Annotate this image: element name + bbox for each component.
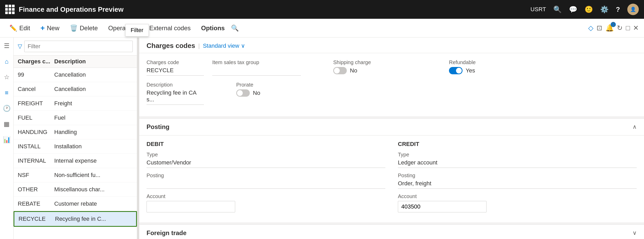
- credit-account-input[interactable]: [398, 201, 487, 212]
- row-desc: Non-sufficient fu...: [54, 172, 133, 179]
- filter-input[interactable]: [24, 41, 133, 52]
- list-item[interactable]: FUEL Fuel: [14, 111, 137, 125]
- posting-section-header[interactable]: Posting ∧: [139, 119, 644, 136]
- list-item[interactable]: NSF Non-sufficient fu...: [14, 168, 137, 182]
- sidebar-toggle-icon[interactable]: ⊡: [597, 24, 602, 32]
- credit-posting-value[interactable]: Order, freight: [398, 180, 637, 189]
- nav-menu-icon[interactable]: ☰: [2, 41, 12, 51]
- list-item[interactable]: INSTALL Installation: [14, 139, 137, 154]
- external-codes-label: External codes: [149, 24, 191, 32]
- row-code: RECYCLE: [19, 216, 55, 222]
- refresh-icon[interactable]: ↻: [617, 24, 623, 32]
- nav-clock-icon[interactable]: 🕐: [2, 103, 12, 114]
- new-button[interactable]: + New: [36, 22, 63, 34]
- nav-chart-icon[interactable]: 📊: [2, 134, 12, 145]
- filter-tooltip: Filter: [125, 24, 149, 36]
- avatar[interactable]: 👤: [627, 4, 639, 15]
- charges-code-value[interactable]: RECYCLE: [147, 67, 204, 76]
- row-code: INTERNAL: [18, 157, 54, 164]
- foreign-trade-title: Foreign trade: [147, 229, 186, 237]
- new-icon: +: [40, 24, 45, 32]
- row-code: HANDLING: [18, 129, 54, 136]
- list-item[interactable]: OTHER Miscellanous char...: [14, 182, 137, 197]
- debit-title: DEBIT: [147, 141, 385, 148]
- waffle-icon[interactable]: [5, 5, 15, 14]
- help-icon[interactable]: ?: [616, 5, 620, 14]
- main-layout: ☰ ⌂ ☆ ≡ 🕐 ▦ 📊 ▽ Charges c... Description…: [0, 38, 644, 239]
- debit-account-field: Account: [147, 193, 385, 212]
- list-item[interactable]: RECYCLE Recycling fee in C...: [14, 211, 137, 227]
- row-code: FUEL: [18, 114, 54, 121]
- maximize-icon[interactable]: □: [626, 24, 630, 32]
- detail-panel: Charges codes | Standard view ∨ Charges …: [139, 38, 644, 239]
- col-desc: Description: [54, 58, 133, 65]
- detail-view-selector[interactable]: Standard view ∨: [203, 42, 245, 49]
- list-item[interactable]: Cancel Cancellation: [14, 82, 137, 96]
- item-sales-tax-label: Item sales tax group: [212, 59, 301, 65]
- diamond-icon[interactable]: ◇: [588, 24, 593, 32]
- list-item[interactable]: INTERNAL Internal expense: [14, 154, 137, 168]
- credit-type-value[interactable]: Ledger account: [398, 159, 637, 168]
- row-code: 99: [18, 71, 54, 78]
- credit-posting-label: Posting: [398, 173, 637, 179]
- shipping-charge-toggle[interactable]: [333, 67, 347, 74]
- settings-icon[interactable]: ⚙️: [600, 5, 609, 14]
- refundable-toggle[interactable]: [449, 67, 463, 74]
- notification-badge[interactable]: 🔔 0: [605, 24, 614, 32]
- debit-posting-value[interactable]: [147, 180, 385, 189]
- list-item[interactable]: REBATE Customer rebate: [14, 197, 137, 211]
- shipping-charge-toggle-label: No: [350, 67, 357, 74]
- detail-header: Charges codes | Standard view ∨: [139, 38, 644, 53]
- row-desc: Fuel: [54, 114, 133, 121]
- list-item[interactable]: FREIGHT Freight: [14, 96, 137, 111]
- refundable-toggle-label: Yes: [466, 67, 475, 74]
- description-value[interactable]: Recycling fee in CA s...: [147, 89, 204, 105]
- item-sales-tax-value[interactable]: [212, 67, 301, 76]
- nav-star-icon[interactable]: ☆: [2, 72, 12, 82]
- edit-icon: ✏️: [9, 24, 17, 32]
- new-label: New: [47, 24, 59, 32]
- app-title: Finance and Operations Preview: [19, 5, 124, 14]
- nav-lines-icon[interactable]: ≡: [2, 88, 12, 98]
- command-bar: ✏️ Edit + New 🗑️ Delete Filter Operation…: [0, 19, 644, 38]
- credit-type-label: Type: [398, 152, 637, 158]
- command-search-icon[interactable]: 🔍: [231, 24, 239, 32]
- shipping-charge-field: Shipping charge No: [333, 59, 417, 74]
- posting-section: Posting ∧ DEBIT Type Customer/Vendor Pos…: [139, 118, 644, 222]
- list-item[interactable]: HANDLING Handling: [14, 125, 137, 139]
- debit-account-input[interactable]: [147, 201, 235, 212]
- debit-type-value[interactable]: Customer/Vendor: [147, 159, 385, 168]
- chat-icon[interactable]: 💬: [569, 5, 577, 14]
- row-code: FREIGHT: [18, 100, 54, 107]
- nav-home-icon[interactable]: ⌂: [2, 56, 12, 67]
- charges-code-label: Charges code: [147, 59, 204, 65]
- list-item[interactable]: 99 Cancellation: [14, 68, 137, 82]
- list-filter-icon[interactable]: ▽: [18, 43, 22, 50]
- posting-chevron-icon: ∧: [633, 124, 637, 130]
- nav-calendar-icon[interactable]: ▦: [2, 119, 12, 129]
- row-code: OTHER: [18, 186, 54, 193]
- options-button[interactable]: Options: [197, 22, 229, 34]
- prorate-toggle[interactable]: [236, 89, 250, 97]
- credit-posting-field: Posting Order, freight: [398, 173, 637, 189]
- detail-title: Charges codes: [147, 42, 195, 50]
- close-icon[interactable]: ✕: [633, 24, 639, 32]
- search-icon[interactable]: 🔍: [553, 5, 562, 14]
- row-desc: Handling: [54, 129, 133, 136]
- refundable-field: Refundable Yes: [449, 59, 522, 74]
- row-desc: Cancellation: [54, 86, 133, 93]
- debit-posting-label: Posting: [147, 173, 385, 179]
- debit-account-label: Account: [147, 193, 385, 199]
- smiley-icon[interactable]: 🙂: [585, 5, 593, 14]
- foreign-trade-section: Foreign trade ∨: [139, 224, 644, 239]
- panel-divider[interactable]: [137, 38, 139, 239]
- row-desc: Customer rebate: [54, 200, 133, 207]
- edit-button[interactable]: ✏️ Edit: [5, 22, 34, 34]
- row-code: REBATE: [18, 200, 54, 207]
- external-codes-button[interactable]: External codes: [145, 22, 195, 34]
- delete-button[interactable]: 🗑️ Delete: [66, 22, 102, 34]
- foreign-trade-chevron-icon: ∨: [633, 230, 637, 236]
- description-label: Description: [147, 82, 204, 88]
- foreign-trade-header[interactable]: Foreign trade ∨: [139, 225, 644, 239]
- list-panel: ▽ Charges c... Description 99 Cancellati…: [14, 38, 137, 239]
